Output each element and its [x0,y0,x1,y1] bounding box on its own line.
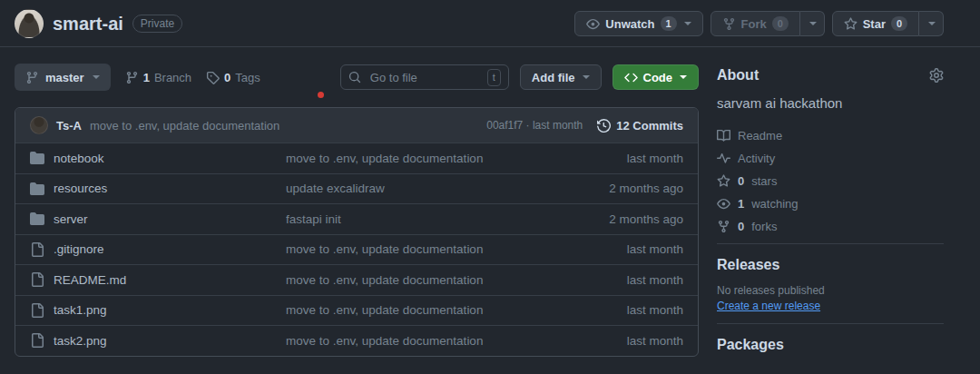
commit-time: last month [562,242,698,256]
sidebar-item-label: stars [751,174,777,188]
about-items: ReadmeActivity0stars1watching0forks [717,124,944,238]
edit-repo-details-button[interactable] [929,68,944,83]
commit-message-link[interactable]: move to .env, update documentation [286,303,562,317]
commit-meta: 00af1f7 · last month 12 Commits [486,119,683,133]
file-name-link[interactable]: notebook [54,152,104,165]
commit-time: last month [562,273,698,287]
file-name-link[interactable]: task2.png [54,334,107,348]
sidebar-item-readme[interactable]: Readme [717,124,944,147]
branch-count-label: Branch [154,71,191,84]
file-browser: Ts-A move to .env, update documentation … [15,107,699,357]
table-row: notebookmove to .env, update documentati… [15,143,698,173]
pulse-icon [717,152,730,165]
create-release-link[interactable]: Create a new release [717,300,820,312]
gear-icon [929,68,944,83]
latest-commit-message-link[interactable]: move to .env, update documentation [90,119,279,133]
table-row: serverfastapi init2 months ago [15,203,698,234]
about-heading: About [717,67,759,84]
sidebar: About sarvam ai hackathon ReadmeActivity… [717,64,944,357]
chevron-down-icon [680,75,687,79]
commit-message-link[interactable]: fastapi init [286,212,562,226]
code-icon [624,71,638,84]
file-icon [30,333,44,348]
file-name-link[interactable]: README.md [54,273,126,287]
file-name-link[interactable]: resources [54,182,107,195]
file-name-cell: resources [15,182,286,196]
releases-heading: Releases [717,257,944,273]
commit-message-link[interactable]: move to .env, update documentation [286,273,562,287]
commit-history-link[interactable]: 12 Commits [597,119,683,133]
eye-icon [717,197,730,211]
sidebar-item-label: Activity [738,152,775,165]
fork-icon [717,220,730,233]
file-name-cell: notebook [15,151,286,165]
code-button[interactable]: Code [612,64,700,90]
commit-message-link[interactable]: move to .env, update documentation [286,152,562,165]
chevron-down-icon [93,75,100,79]
go-to-file-input[interactable] [368,70,480,85]
file-name-cell: server [15,212,286,226]
unwatch-label: Unwatch [605,17,654,31]
star-button[interactable]: Star 0 [832,11,919,36]
file-icon [30,272,44,287]
code-label: Code [643,71,673,84]
repo-owner-avatar[interactable] [15,9,44,38]
repo-header: smart-ai Private Unwatch 1 Fork 0 [0,0,980,47]
chevron-down-icon [809,22,817,25]
commit-author-link[interactable]: Ts-A [56,119,82,133]
commit-time: 2 months ago [562,212,698,226]
fork-button[interactable]: Fork 0 [710,11,800,36]
tag-icon [206,71,220,84]
keyboard-shortcut-badge: t [487,69,501,86]
folder-icon [30,151,44,165]
code-toolbar: master 1 Branch 0 Tags t [15,64,699,91]
sidebar-item-stars[interactable]: 0stars [717,170,944,192]
commit-count-label: 12 Commits [616,119,683,133]
sidebar-item-watching[interactable]: 1watching [717,192,944,215]
sidebar-divider [717,243,944,244]
unwatch-button[interactable]: Unwatch 1 [574,11,702,36]
history-icon [597,119,611,133]
repo-title-link[interactable]: smart-ai [53,14,123,34]
table-row: .gitignoremove to .env, update documenta… [15,234,698,265]
table-row: task2.pngmove to .env, update documentat… [15,325,698,356]
forks-count-badge: 0 [772,16,789,31]
file-name-link[interactable]: .gitignore [54,242,104,256]
sidebar-item-label: Readme [738,129,782,143]
commit-message-link[interactable]: move to .env, update documentation [286,334,562,348]
sidebar-divider [717,323,944,324]
branch-selector-button[interactable]: master [15,64,111,91]
chevron-down-icon [684,22,691,25]
click-indicator-artifact [318,92,324,98]
commit-message-link[interactable]: move to .env, update documentation [286,242,562,256]
commit-time: 2 months ago [562,182,698,195]
sidebar-item-forks[interactable]: 0forks [717,215,944,238]
fork-label: Fork [741,17,767,31]
latest-commit-bar: Ts-A move to .env, update documentation … [15,108,698,143]
file-name-link[interactable]: server [54,212,88,226]
file-icon [30,303,44,318]
file-table-rows: notebookmove to .env, update documentati… [15,143,698,356]
commit-author-avatar[interactable] [30,116,48,134]
commit-sha-time-link[interactable]: 00af1f7 · last month [486,119,583,132]
folder-icon [30,212,44,226]
sidebar-item-activity[interactable]: Activity [717,147,944,170]
about-header-row: About [717,67,944,84]
commit-message-link[interactable]: update excalidraw [286,182,562,195]
tag-count-label: Tags [235,71,260,84]
eye-icon [586,17,600,31]
file-name-link[interactable]: task1.png [54,303,107,317]
branches-link[interactable]: 1 Branch [125,71,191,84]
fork-dropdown-button[interactable] [800,11,825,36]
table-row: resourcesupdate excalidraw2 months ago [15,173,698,204]
file-name-cell: README.md [15,272,286,287]
go-to-file-search[interactable]: t [340,64,509,90]
commit-time: last month [562,303,698,317]
star-dropdown-button[interactable] [919,11,944,36]
visibility-badge: Private [132,15,182,33]
star-label: Star [863,17,886,31]
tags-link[interactable]: 0 Tags [206,71,260,84]
add-file-button[interactable]: Add file [520,64,602,90]
git-branch-icon [25,71,39,84]
repo-description: sarvam ai hackathon [717,95,944,111]
